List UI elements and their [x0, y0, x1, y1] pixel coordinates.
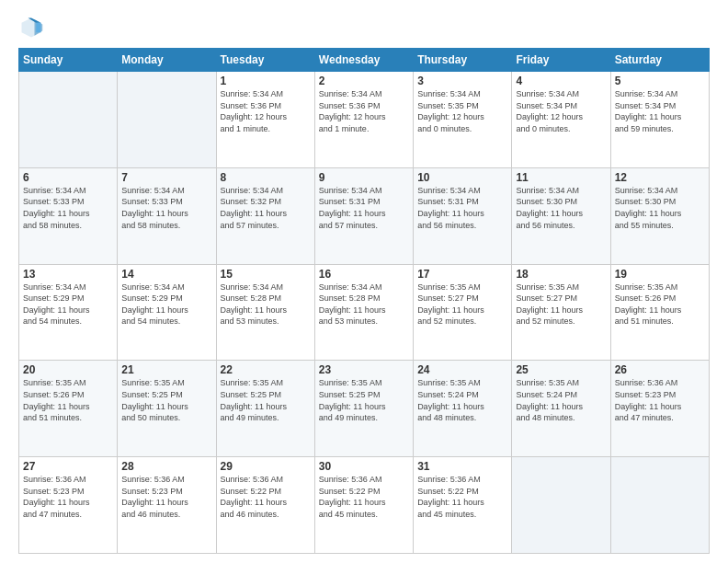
day-info: Sunrise: 5:35 AM Sunset: 5:25 PM Dayligh… [221, 377, 311, 423]
calendar-cell: 10Sunrise: 5:34 AM Sunset: 5:31 PM Dayli… [414, 167, 512, 264]
day-number: 24 [417, 363, 507, 376]
day-number: 9 [319, 171, 409, 184]
calendar-cell: 5Sunrise: 5:34 AM Sunset: 5:34 PM Daylig… [610, 72, 709, 168]
calendar-cell: 12Sunrise: 5:34 AM Sunset: 5:30 PM Dayli… [610, 167, 709, 264]
day-number: 15 [221, 268, 311, 281]
day-number: 23 [319, 363, 409, 376]
day-info: Sunrise: 5:34 AM Sunset: 5:35 PM Dayligh… [417, 88, 507, 134]
day-number: 11 [516, 171, 606, 184]
calendar-week-row: 1Sunrise: 5:34 AM Sunset: 5:36 PM Daylig… [19, 72, 710, 168]
day-number: 27 [23, 460, 113, 473]
calendar-header-tuesday: Tuesday [216, 49, 314, 72]
page: SundayMondayTuesdayWednesdayThursdayFrid… [0, 0, 728, 563]
calendar-header-sunday: Sunday [19, 49, 118, 72]
day-number: 22 [221, 363, 311, 376]
day-number: 5 [615, 75, 705, 87]
calendar-cell: 4Sunrise: 5:34 AM Sunset: 5:34 PM Daylig… [512, 72, 610, 168]
calendar-cell: 27Sunrise: 5:36 AM Sunset: 5:23 PM Dayli… [19, 457, 118, 554]
day-number: 6 [23, 171, 113, 184]
calendar-week-row: 20Sunrise: 5:35 AM Sunset: 5:26 PM Dayli… [19, 361, 710, 457]
calendar-cell: 20Sunrise: 5:35 AM Sunset: 5:26 PM Dayli… [19, 361, 118, 457]
calendar-cell [19, 72, 118, 168]
day-number: 21 [121, 363, 211, 376]
calendar-week-row: 27Sunrise: 5:36 AM Sunset: 5:23 PM Dayli… [19, 457, 710, 554]
calendar-cell: 23Sunrise: 5:35 AM Sunset: 5:25 PM Dayli… [314, 361, 413, 457]
calendar-cell: 28Sunrise: 5:36 AM Sunset: 5:23 PM Dayli… [118, 457, 216, 554]
logo-icon [18, 15, 44, 40]
calendar-cell [118, 72, 216, 168]
calendar-cell: 8Sunrise: 5:34 AM Sunset: 5:32 PM Daylig… [216, 167, 314, 264]
calendar-cell: 29Sunrise: 5:36 AM Sunset: 5:22 PM Dayli… [216, 457, 314, 554]
calendar-week-row: 13Sunrise: 5:34 AM Sunset: 5:29 PM Dayli… [19, 264, 710, 361]
day-info: Sunrise: 5:35 AM Sunset: 5:24 PM Dayligh… [417, 377, 507, 423]
day-info: Sunrise: 5:34 AM Sunset: 5:36 PM Dayligh… [221, 88, 311, 134]
day-number: 3 [417, 75, 507, 87]
calendar-cell [512, 457, 610, 554]
svg-marker-3 [36, 23, 40, 33]
day-info: Sunrise: 5:34 AM Sunset: 5:29 PM Dayligh… [121, 282, 211, 327]
day-info: Sunrise: 5:35 AM Sunset: 5:24 PM Dayligh… [516, 377, 606, 423]
day-number: 31 [417, 460, 507, 473]
day-info: Sunrise: 5:36 AM Sunset: 5:22 PM Dayligh… [417, 474, 507, 520]
day-info: Sunrise: 5:34 AM Sunset: 5:31 PM Dayligh… [417, 185, 507, 231]
day-info: Sunrise: 5:34 AM Sunset: 5:34 PM Dayligh… [615, 88, 705, 134]
day-info: Sunrise: 5:35 AM Sunset: 5:26 PM Dayligh… [615, 282, 705, 327]
calendar-header-friday: Friday [512, 49, 610, 72]
day-number: 30 [319, 460, 409, 473]
day-number: 7 [121, 171, 211, 184]
day-info: Sunrise: 5:36 AM Sunset: 5:22 PM Dayligh… [319, 474, 409, 520]
day-info: Sunrise: 5:35 AM Sunset: 5:25 PM Dayligh… [121, 377, 211, 423]
calendar-cell: 2Sunrise: 5:34 AM Sunset: 5:36 PM Daylig… [314, 72, 413, 168]
calendar-header-wednesday: Wednesday [314, 49, 413, 72]
calendar-cell: 24Sunrise: 5:35 AM Sunset: 5:24 PM Dayli… [414, 361, 512, 457]
day-info: Sunrise: 5:34 AM Sunset: 5:32 PM Dayligh… [221, 185, 311, 231]
day-info: Sunrise: 5:36 AM Sunset: 5:23 PM Dayligh… [615, 377, 705, 423]
calendar-cell: 30Sunrise: 5:36 AM Sunset: 5:22 PM Dayli… [314, 457, 413, 554]
logo [18, 15, 48, 40]
day-info: Sunrise: 5:35 AM Sunset: 5:27 PM Dayligh… [417, 282, 507, 327]
calendar-header-thursday: Thursday [414, 49, 512, 72]
calendar-cell [610, 457, 709, 554]
calendar-cell: 18Sunrise: 5:35 AM Sunset: 5:27 PM Dayli… [512, 264, 610, 361]
day-number: 17 [417, 268, 507, 281]
calendar-cell: 3Sunrise: 5:34 AM Sunset: 5:35 PM Daylig… [414, 72, 512, 168]
day-info: Sunrise: 5:34 AM Sunset: 5:33 PM Dayligh… [121, 185, 211, 231]
day-number: 8 [221, 171, 311, 184]
header [18, 15, 710, 40]
calendar-cell: 9Sunrise: 5:34 AM Sunset: 5:31 PM Daylig… [314, 167, 413, 264]
day-number: 14 [121, 268, 211, 281]
day-info: Sunrise: 5:34 AM Sunset: 5:28 PM Dayligh… [319, 282, 409, 327]
calendar-cell: 13Sunrise: 5:34 AM Sunset: 5:29 PM Dayli… [19, 264, 118, 361]
day-number: 29 [221, 460, 311, 473]
day-info: Sunrise: 5:34 AM Sunset: 5:30 PM Dayligh… [516, 185, 606, 231]
calendar-week-row: 6Sunrise: 5:34 AM Sunset: 5:33 PM Daylig… [19, 167, 710, 264]
calendar-cell: 22Sunrise: 5:35 AM Sunset: 5:25 PM Dayli… [216, 361, 314, 457]
day-number: 2 [319, 75, 409, 87]
day-number: 4 [516, 75, 606, 87]
calendar-cell: 31Sunrise: 5:36 AM Sunset: 5:22 PM Dayli… [414, 457, 512, 554]
day-number: 13 [23, 268, 113, 281]
day-info: Sunrise: 5:36 AM Sunset: 5:23 PM Dayligh… [23, 474, 113, 520]
calendar-cell: 11Sunrise: 5:34 AM Sunset: 5:30 PM Dayli… [512, 167, 610, 264]
calendar-cell: 21Sunrise: 5:35 AM Sunset: 5:25 PM Dayli… [118, 361, 216, 457]
day-info: Sunrise: 5:34 AM Sunset: 5:36 PM Dayligh… [319, 88, 409, 134]
day-info: Sunrise: 5:35 AM Sunset: 5:27 PM Dayligh… [516, 282, 606, 327]
day-info: Sunrise: 5:34 AM Sunset: 5:28 PM Dayligh… [221, 282, 311, 327]
day-number: 12 [615, 171, 705, 184]
day-info: Sunrise: 5:34 AM Sunset: 5:31 PM Dayligh… [319, 185, 409, 231]
calendar-header-row: SundayMondayTuesdayWednesdayThursdayFrid… [19, 49, 710, 72]
calendar-cell: 7Sunrise: 5:34 AM Sunset: 5:33 PM Daylig… [118, 167, 216, 264]
day-number: 10 [417, 171, 507, 184]
day-number: 16 [319, 268, 409, 281]
day-number: 25 [516, 363, 606, 376]
calendar-cell: 17Sunrise: 5:35 AM Sunset: 5:27 PM Dayli… [414, 264, 512, 361]
day-number: 19 [615, 268, 705, 281]
calendar-header-monday: Monday [118, 49, 216, 72]
calendar-cell: 6Sunrise: 5:34 AM Sunset: 5:33 PM Daylig… [19, 167, 118, 264]
day-number: 26 [615, 363, 705, 376]
day-info: Sunrise: 5:35 AM Sunset: 5:26 PM Dayligh… [23, 377, 113, 423]
day-number: 28 [121, 460, 211, 473]
day-info: Sunrise: 5:34 AM Sunset: 5:30 PM Dayligh… [615, 185, 705, 231]
day-number: 20 [23, 363, 113, 376]
day-number: 1 [221, 75, 311, 87]
